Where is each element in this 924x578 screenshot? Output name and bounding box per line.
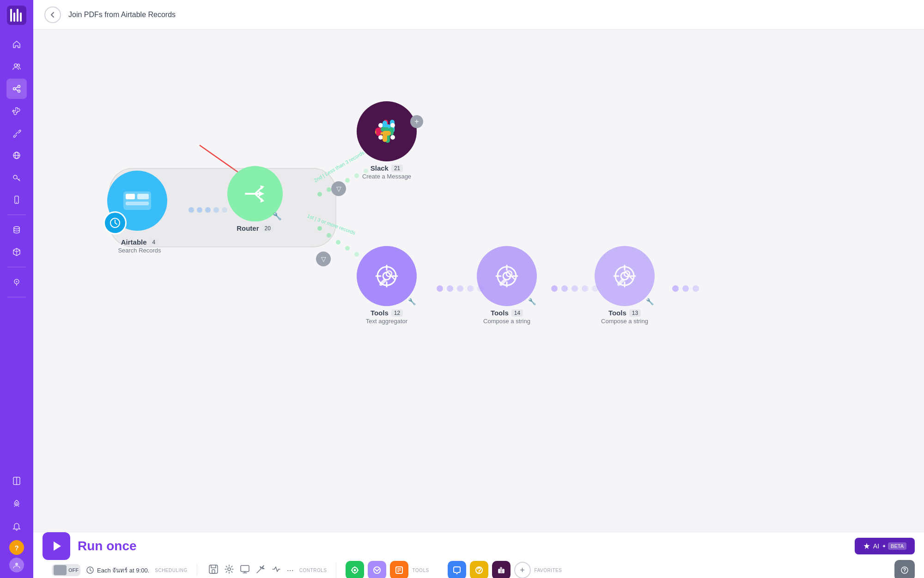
svg-rect-58 (137, 194, 149, 199)
magic-icon[interactable] (254, 562, 267, 578)
svg-rect-1 (13, 12, 15, 22)
svg-point-27 (222, 207, 227, 213)
router-label: Router 20 (237, 224, 274, 232)
svg-rect-57 (126, 194, 135, 199)
router-node[interactable]: 🔧 Router 20 (227, 166, 283, 232)
sidebar-item-rocket[interactable] (6, 494, 27, 514)
svg-point-34 (317, 226, 322, 231)
controls-group: ··· CONTROLS (197, 562, 337, 578)
sidebar-item-home[interactable] (6, 34, 27, 55)
svg-point-4 (14, 64, 17, 67)
svg-rect-115 (209, 565, 218, 573)
sidebar-item-phone[interactable] (6, 190, 27, 210)
svg-point-6 (18, 86, 20, 88)
bottom-bar: Run once AI ✦ BETA OFF (33, 532, 924, 578)
slack-sublabel: Create a Message (362, 173, 411, 180)
controls-label: CONTROLS (299, 568, 327, 573)
favorites-item-1[interactable] (448, 561, 466, 578)
tools-bar-item-1[interactable] (346, 561, 364, 578)
svg-point-127 (374, 567, 380, 573)
svg-rect-118 (241, 566, 249, 572)
favorites-item-3[interactable] (492, 561, 511, 578)
filter-icon-2nd[interactable]: ▽ (331, 181, 346, 196)
more-icon[interactable]: ··· (285, 564, 296, 577)
favorites-add-btn[interactable]: + (514, 562, 531, 578)
svg-line-10 (15, 89, 18, 91)
svg-point-73 (378, 123, 383, 128)
svg-point-48 (582, 285, 588, 292)
svg-rect-3 (20, 12, 22, 22)
svg-marker-111 (54, 541, 61, 551)
svg-point-19 (16, 281, 18, 283)
sidebar-item-book[interactable] (6, 471, 27, 491)
svg-point-51 (682, 285, 689, 292)
back-button[interactable] (44, 6, 61, 23)
header: Join PDFs from Airtable Records (33, 0, 924, 30)
tools-bar-item-2[interactable] (368, 561, 386, 578)
sidebar-item-bell[interactable] (6, 517, 27, 537)
svg-point-14 (13, 175, 17, 179)
help-float-btn[interactable] (894, 560, 915, 578)
schedule-info: Each จันทร์ at 9:00. (86, 566, 149, 575)
page-title: Join PDFs from Airtable Records (68, 11, 176, 19)
svg-point-25 (205, 207, 211, 213)
monitor-icon[interactable] (238, 562, 252, 578)
settings-icon[interactable] (222, 562, 236, 578)
sidebar-item-cube[interactable] (6, 242, 27, 262)
slack-label: Slack 21 (371, 164, 403, 172)
svg-point-47 (571, 285, 578, 292)
tools-bar-group: TOOLS (336, 561, 438, 578)
svg-point-26 (213, 207, 219, 213)
ai-beta-button[interactable]: AI ✦ BETA (855, 538, 915, 554)
svg-point-40 (437, 285, 443, 292)
slack-node[interactable]: + Slack 21 Create a Message (357, 101, 417, 180)
sidebar-item-pin[interactable] (6, 272, 27, 292)
svg-point-22 (15, 563, 18, 566)
tools1-sublabel: Text aggregator (366, 318, 407, 325)
svg-point-24 (197, 207, 202, 213)
flow-icon[interactable] (269, 562, 283, 578)
scheduling-label: SCHEDULING (155, 568, 188, 573)
sidebar-item-puzzle[interactable] (6, 101, 27, 121)
tools2-node[interactable]: 🔧 Tools 14 Compose a string (477, 246, 537, 325)
sidebar-user-avatar[interactable] (9, 558, 24, 572)
tools-bar-label: TOOLS (412, 568, 429, 573)
sidebar-item-globe[interactable] (6, 145, 27, 166)
tools1-node[interactable]: 🔧 Tools 12 Text aggregator (357, 246, 417, 325)
airtable-label: Airtable 4 (121, 238, 158, 246)
svg-point-78 (390, 135, 395, 140)
favorites-item-2[interactable] (470, 561, 488, 578)
svg-point-46 (561, 285, 568, 292)
scheduling-toggle-area[interactable]: OFF (52, 564, 80, 576)
svg-point-41 (447, 285, 453, 292)
svg-line-114 (90, 570, 91, 571)
canvas-area[interactable]: Airtable 4 Search Records (33, 30, 924, 532)
sidebar-item-share[interactable] (6, 79, 27, 99)
sidebar-item-link[interactable] (6, 123, 27, 143)
filter-icon-1st[interactable]: ▽ (316, 252, 331, 266)
toggle-bg (54, 565, 67, 575)
svg-point-45 (551, 285, 558, 292)
slack-plus-btn[interactable]: + (410, 115, 423, 128)
svg-point-21 (16, 503, 18, 504)
tools2-label: Tools 14 (491, 309, 523, 317)
svg-rect-0 (10, 9, 12, 22)
sidebar-item-key[interactable] (6, 167, 27, 188)
svg-point-122 (354, 569, 356, 572)
save-icon[interactable] (207, 562, 220, 578)
tools3-node[interactable]: 🔧 Tools 13 Compose a string (595, 246, 655, 325)
svg-point-52 (693, 285, 699, 292)
app-logo[interactable] (7, 6, 26, 25)
sidebar-item-users[interactable] (6, 56, 27, 77)
run-once-button[interactable] (43, 532, 70, 560)
sidebar-divider-3 (7, 297, 26, 297)
sidebar-item-db[interactable] (6, 220, 27, 240)
favorites-label: FAVORITES (535, 568, 562, 573)
tools2-sublabel: Compose a string (483, 318, 530, 325)
svg-point-16 (16, 202, 17, 203)
airtable-node[interactable]: Airtable 4 Search Records (107, 171, 172, 254)
tools-bar-item-3[interactable] (390, 561, 408, 578)
bottom-top-row: Run once AI ✦ BETA (43, 532, 915, 560)
run-once-label: Run once (78, 539, 137, 553)
sidebar-help-btn[interactable]: ? (9, 540, 24, 555)
